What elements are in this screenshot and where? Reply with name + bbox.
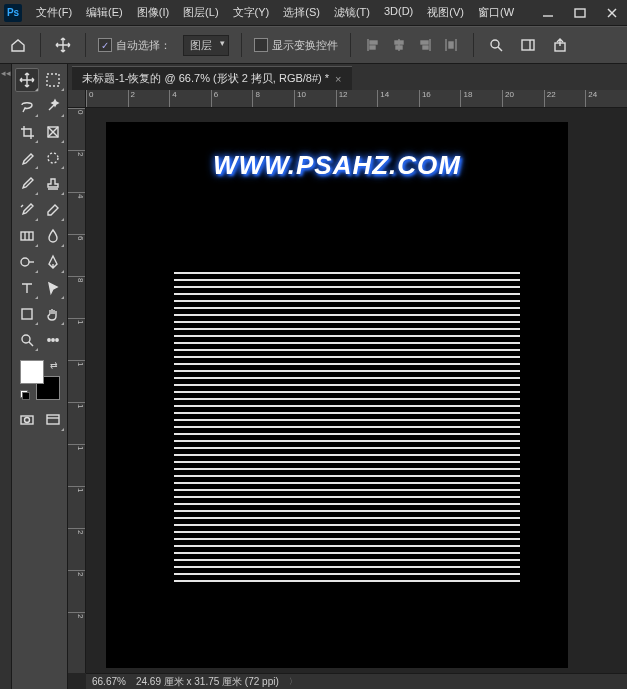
zoom-tool[interactable]	[15, 328, 39, 352]
status-chevron-icon[interactable]: 〉	[289, 676, 297, 687]
svg-rect-5	[370, 41, 377, 44]
status-bar: 66.67% 24.69 厘米 x 31.75 厘米 (72 ppi) 〉	[86, 673, 627, 689]
pen-tool[interactable]	[41, 250, 65, 274]
separator	[350, 33, 351, 57]
menu-image[interactable]: 图像(I)	[131, 2, 175, 23]
show-transform-checkbox[interactable]	[254, 38, 268, 52]
svg-rect-18	[522, 40, 534, 50]
close-tab-icon[interactable]: ×	[335, 73, 341, 85]
svg-rect-6	[370, 46, 375, 49]
svg-point-35	[51, 339, 53, 341]
svg-point-32	[22, 335, 30, 343]
auto-select-checkbox[interactable]	[98, 38, 112, 52]
zoom-level[interactable]: 66.67%	[92, 676, 126, 687]
share-icon[interactable]	[550, 35, 570, 55]
menu-window[interactable]: 窗口(W	[472, 2, 520, 23]
eyedropper-tool[interactable]	[15, 146, 39, 170]
dodge-tool[interactable]	[15, 250, 39, 274]
titlebar: Ps 文件(F) 编辑(E) 图像(I) 图层(L) 文字(Y) 选择(S) 滤…	[0, 0, 627, 26]
distribute-icon[interactable]	[441, 35, 461, 55]
move-tool[interactable]	[15, 68, 39, 92]
default-colors-icon[interactable]	[20, 390, 30, 400]
svg-point-36	[55, 339, 57, 341]
quick-mask-tool[interactable]	[15, 408, 39, 432]
panel-collapse-strip[interactable]: ◂◂	[0, 64, 12, 689]
crop-tool[interactable]	[15, 120, 39, 144]
menu-3d[interactable]: 3D(D)	[378, 2, 419, 23]
search-icon[interactable]	[486, 35, 506, 55]
home-icon[interactable]	[8, 35, 28, 55]
svg-point-25	[48, 153, 58, 163]
auto-select-target-dropdown[interactable]: 图层	[183, 35, 229, 56]
healing-tool[interactable]	[41, 146, 65, 170]
hand-tool[interactable]	[41, 302, 65, 326]
toolbar: ⇄	[12, 64, 68, 689]
ruler-vertical[interactable]: 0246811111222	[68, 108, 86, 673]
shape-tool[interactable]	[15, 302, 39, 326]
lasso-tool[interactable]	[15, 94, 39, 118]
separator	[85, 33, 86, 57]
workspace-icon[interactable]	[518, 35, 538, 55]
more-tools[interactable]	[41, 328, 65, 352]
canvas-viewport[interactable]: 024681012141618202224 0246811111222 WWW.…	[68, 90, 627, 689]
screen-mode-tool[interactable]	[41, 408, 65, 432]
blur-tool[interactable]	[41, 224, 65, 248]
align-right-icon[interactable]	[415, 35, 435, 55]
type-tool[interactable]	[15, 276, 39, 300]
svg-rect-39	[47, 415, 59, 424]
marquee-tool[interactable]	[41, 68, 65, 92]
svg-rect-15	[449, 42, 453, 48]
watermark-text: WWW.PSAHZ.COM	[106, 150, 568, 181]
svg-rect-9	[396, 46, 402, 49]
foreground-color-swatch[interactable]	[20, 360, 44, 384]
main-menu: 文件(F) 编辑(E) 图像(I) 图层(L) 文字(Y) 选择(S) 滤镜(T…	[30, 2, 537, 23]
menu-filter[interactable]: 滤镜(T)	[328, 2, 376, 23]
menu-type[interactable]: 文字(Y)	[227, 2, 276, 23]
auto-select-label: 自动选择：	[116, 38, 171, 53]
doc-dimensions: 24.69 厘米 x 31.75 厘米 (72 ppi)	[136, 675, 279, 689]
magic-wand-tool[interactable]	[41, 94, 65, 118]
show-transform-label: 显示变换控件	[272, 38, 338, 53]
horizontal-lines-shape	[174, 272, 520, 582]
svg-rect-1	[575, 9, 585, 17]
menu-edit[interactable]: 编辑(E)	[80, 2, 129, 23]
window-controls	[537, 4, 623, 22]
document-tabs: 未标题-1-恢复的 @ 66.7% (形状 2 拷贝, RGB/8#) * ×	[68, 64, 627, 90]
swap-colors-icon[interactable]: ⇄	[50, 360, 58, 370]
svg-rect-21	[47, 74, 59, 86]
collapse-arrows-icon: ◂◂	[1, 68, 11, 78]
svg-line-17	[498, 47, 502, 51]
close-button[interactable]	[601, 4, 623, 22]
frame-tool[interactable]	[41, 120, 65, 144]
path-select-tool[interactable]	[41, 276, 65, 300]
minimize-button[interactable]	[537, 4, 559, 22]
svg-point-16	[491, 40, 499, 48]
color-swatches[interactable]: ⇄	[20, 360, 60, 400]
menu-layer[interactable]: 图层(L)	[177, 2, 224, 23]
align-left-icon[interactable]	[363, 35, 383, 55]
menu-select[interactable]: 选择(S)	[277, 2, 326, 23]
brush-tool[interactable]	[15, 172, 39, 196]
move-tool-icon[interactable]	[53, 35, 73, 55]
maximize-button[interactable]	[569, 4, 591, 22]
options-bar: 自动选择： 图层 显示变换控件	[0, 26, 627, 64]
svg-line-33	[29, 342, 33, 346]
document-area: 未标题-1-恢复的 @ 66.7% (形状 2 拷贝, RGB/8#) * × …	[68, 64, 627, 689]
ruler-origin[interactable]	[68, 90, 86, 108]
document-tab[interactable]: 未标题-1-恢复的 @ 66.7% (形状 2 拷贝, RGB/8#) * ×	[72, 66, 352, 90]
history-brush-tool[interactable]	[15, 198, 39, 222]
menu-file[interactable]: 文件(F)	[30, 2, 78, 23]
menu-view[interactable]: 视图(V)	[421, 2, 470, 23]
svg-point-38	[24, 418, 29, 423]
ruler-horizontal[interactable]: 024681012141618202224	[86, 90, 627, 108]
eraser-tool[interactable]	[41, 198, 65, 222]
align-center-h-icon[interactable]	[389, 35, 409, 55]
stamp-tool[interactable]	[41, 172, 65, 196]
svg-rect-12	[423, 46, 428, 49]
gradient-tool[interactable]	[15, 224, 39, 248]
align-group	[363, 35, 461, 55]
canvas[interactable]: WWW.PSAHZ.COM	[106, 122, 568, 668]
svg-rect-31	[22, 309, 32, 319]
svg-rect-26	[21, 232, 33, 240]
show-transform-group: 显示变换控件	[254, 38, 338, 53]
